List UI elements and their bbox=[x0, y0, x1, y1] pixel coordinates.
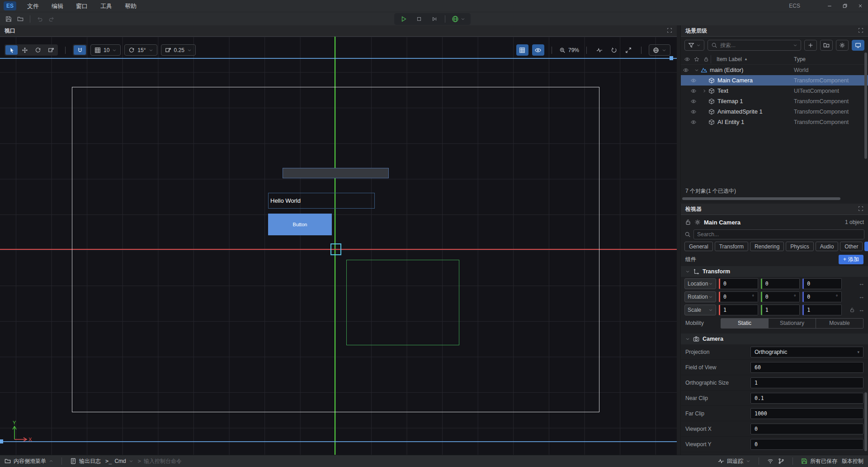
network-status-button[interactable] bbox=[767, 458, 774, 464]
star-icon[interactable] bbox=[694, 57, 699, 62]
lock-icon[interactable] bbox=[703, 57, 709, 62]
menu-tools[interactable]: 工具 bbox=[94, 0, 118, 12]
world-mode-dropdown[interactable] bbox=[449, 15, 468, 23]
near-clip-input[interactable]: 0.1 bbox=[750, 393, 863, 404]
visibility-toggle-icon[interactable] bbox=[691, 88, 696, 94]
menu-help[interactable]: 帮助 bbox=[118, 0, 143, 12]
gear-icon[interactable] bbox=[694, 219, 701, 225]
mobility-movable[interactable]: Movable bbox=[816, 319, 863, 328]
scale-z-field[interactable]: 1 bbox=[802, 305, 842, 315]
column-type[interactable]: Type bbox=[794, 56, 806, 62]
reset-view-button[interactable] bbox=[609, 45, 619, 56]
tab-transform[interactable]: Transform bbox=[715, 242, 748, 251]
visibility-toggle-icon[interactable] bbox=[691, 119, 696, 125]
hierarchy-search[interactable] bbox=[708, 40, 801, 51]
fullscreen-button[interactable] bbox=[623, 45, 634, 56]
save-status[interactable]: 所有已保存 bbox=[801, 457, 837, 465]
scale-mode-dropdown[interactable]: Scale bbox=[684, 305, 716, 315]
link-axes-icon[interactable]: ↔ bbox=[859, 280, 864, 287]
edit-tool-button[interactable] bbox=[45, 45, 57, 55]
add-entity-button[interactable] bbox=[804, 40, 817, 51]
projection-select[interactable]: Orthographic ▾ bbox=[750, 347, 863, 357]
cmd-dropdown[interactable]: >_ Cmd bbox=[105, 458, 133, 464]
vertical-scrollbar[interactable] bbox=[864, 392, 867, 451]
output-log-button[interactable]: 输出日志 bbox=[70, 457, 101, 465]
lock-scale-icon[interactable] bbox=[849, 307, 855, 313]
column-item-label[interactable]: Item Label bbox=[717, 56, 742, 62]
location-mode-dropdown[interactable]: Location bbox=[684, 278, 716, 289]
lock-open-icon[interactable] bbox=[685, 219, 691, 225]
scale-y-field[interactable]: 1 bbox=[761, 305, 800, 315]
tab-audio[interactable]: Audio bbox=[816, 242, 839, 251]
tab-general[interactable]: General bbox=[684, 242, 713, 251]
location-z-field[interactable]: 0 bbox=[802, 278, 842, 289]
scale-snap-dropdown[interactable]: 0.25 bbox=[161, 44, 196, 56]
inspector-search-input[interactable] bbox=[697, 231, 861, 238]
rotation-mode-dropdown[interactable]: Rotation bbox=[684, 291, 716, 302]
hierarchy-settings-button[interactable] bbox=[836, 40, 849, 51]
mobility-stationary[interactable]: Stationary bbox=[769, 319, 816, 328]
maximize-button[interactable] bbox=[837, 0, 853, 12]
expand-viewport-button[interactable] bbox=[667, 28, 672, 34]
open-button[interactable] bbox=[14, 14, 26, 24]
scene-canvas[interactable]: Hello World Button Y X bbox=[0, 37, 677, 455]
expand-inspector-button[interactable] bbox=[858, 206, 863, 213]
viewport-x-input[interactable]: 0 bbox=[750, 424, 863, 434]
close-button[interactable] bbox=[853, 0, 868, 12]
stats-button[interactable] bbox=[594, 45, 605, 56]
select-tool-button[interactable] bbox=[5, 45, 18, 55]
add-component-button[interactable]: + 添加 bbox=[839, 255, 863, 264]
location-y-field[interactable]: 0 bbox=[761, 278, 800, 289]
mobility-static[interactable]: Static bbox=[721, 319, 769, 328]
menu-file[interactable]: 文件 bbox=[21, 0, 45, 12]
zoom-level[interactable]: 79% bbox=[559, 47, 579, 53]
bound-handle-top[interactable] bbox=[670, 56, 673, 60]
location-x-field[interactable]: 0 bbox=[719, 278, 758, 289]
visibility-toggle-icon[interactable] bbox=[683, 67, 689, 73]
trace-dropdown[interactable]: 回追踪 bbox=[718, 457, 750, 465]
tab-rendering[interactable]: Rendering bbox=[750, 242, 784, 251]
chevron-right-icon[interactable] bbox=[702, 89, 707, 93]
snap-toggle-button[interactable] bbox=[74, 45, 86, 55]
rotation-y-field[interactable]: 0° bbox=[761, 291, 800, 302]
eye-icon[interactable] bbox=[684, 57, 690, 62]
grid-toggle-button[interactable] bbox=[516, 44, 528, 56]
view-globe-dropdown[interactable] bbox=[649, 44, 670, 56]
tree-row-main[interactable]: main (Editor) World bbox=[681, 65, 868, 75]
camera-gizmo-rect[interactable] bbox=[330, 243, 341, 255]
text-entity[interactable]: Hello World bbox=[268, 193, 375, 209]
tab-all[interactable]: All bbox=[864, 242, 868, 251]
orthographic-size-input[interactable]: 1 bbox=[750, 377, 863, 388]
tab-other[interactable]: Other bbox=[840, 242, 863, 251]
tab-physics[interactable]: Physics bbox=[786, 242, 813, 251]
chevron-down-icon[interactable] bbox=[694, 68, 699, 72]
scale-x-field[interactable]: 1 bbox=[719, 305, 758, 315]
step-button[interactable] bbox=[428, 14, 441, 24]
far-clip-input[interactable]: 1000 bbox=[750, 408, 863, 419]
visibility-toggle-icon[interactable] bbox=[691, 99, 696, 104]
save-button[interactable] bbox=[3, 14, 14, 24]
rotation-snap-dropdown[interactable]: 15° bbox=[124, 44, 157, 56]
console-input-area[interactable]: > 输入控制台命令 bbox=[138, 457, 182, 465]
button-entity[interactable]: Button bbox=[268, 214, 332, 235]
tree-row-main-camera[interactable]: Main Camera TransformComponent bbox=[681, 75, 868, 86]
link-axes-icon[interactable]: ↔ bbox=[859, 293, 864, 300]
tree-row-text[interactable]: Text UITextComponent bbox=[681, 86, 868, 96]
undo-button[interactable] bbox=[34, 14, 46, 24]
tree-row-animatedsprite-1[interactable]: AnimatedSprite 1 TransformComponent bbox=[681, 106, 868, 117]
visibility-toggle-icon[interactable] bbox=[691, 78, 696, 83]
vertical-scrollbar[interactable] bbox=[864, 52, 867, 159]
hierarchy-search-input[interactable] bbox=[720, 42, 790, 48]
rotation-z-field[interactable]: 0° bbox=[802, 291, 842, 302]
camera-section-header[interactable]: Camera bbox=[681, 334, 868, 344]
link-axes-icon[interactable]: ↔ bbox=[859, 306, 864, 313]
version-control-button[interactable]: 版本控制 bbox=[842, 457, 863, 465]
minimize-button[interactable] bbox=[822, 0, 837, 12]
rotate-tool-button[interactable] bbox=[32, 45, 44, 55]
menu-edit[interactable]: 编辑 bbox=[45, 0, 70, 12]
add-folder-button[interactable] bbox=[820, 40, 833, 51]
tilemap-bounds-rect[interactable] bbox=[346, 260, 459, 345]
visibility-toggle-button[interactable] bbox=[532, 44, 544, 56]
sprite-placeholder[interactable] bbox=[283, 168, 389, 178]
filter-dropdown[interactable] bbox=[684, 40, 704, 51]
